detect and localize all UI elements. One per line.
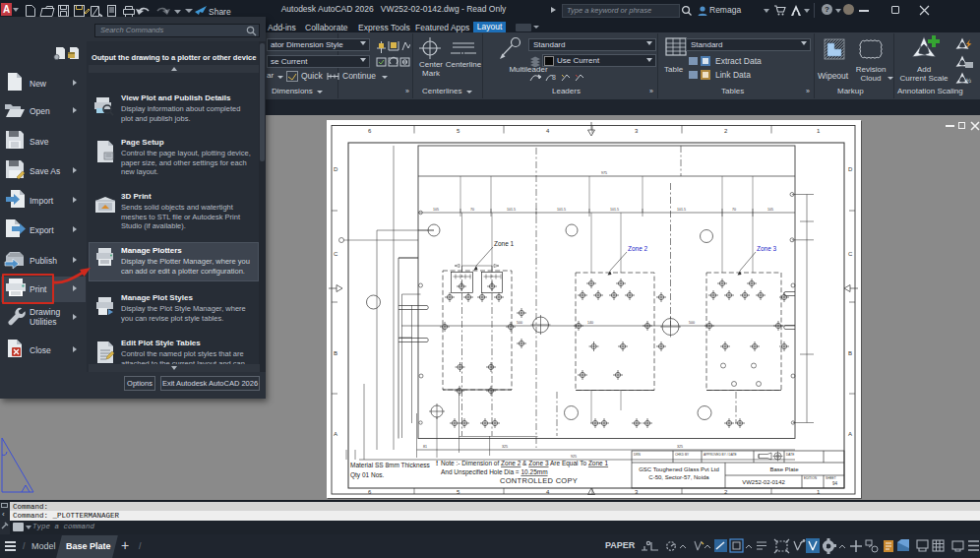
svg-text:101.5: 101.5: [677, 208, 686, 212]
svg-text:Note :- Dimension of Zone 2: Note :- Dimension of Zone 2 & Zone 3 Are…: [441, 460, 608, 467]
svg-text:101.5: 101.5: [610, 208, 619, 212]
svg-text:D: D: [848, 166, 853, 172]
svg-text:6: 6: [368, 128, 372, 134]
svg-text:A: A: [848, 431, 852, 437]
svg-text:C-50, Sector-57, Noida: C-50, Sector-57, Noida: [648, 474, 709, 480]
svg-text:325: 325: [502, 445, 508, 449]
svg-text:5: 5: [457, 128, 460, 134]
svg-text:B: B: [848, 350, 852, 356]
svg-text:Zone 3: Zone 3: [757, 245, 777, 252]
svg-text:Qty 01 Nos.: Qty 01 Nos.: [350, 471, 385, 479]
svg-text:105: 105: [767, 208, 773, 212]
svg-text:105: 105: [433, 208, 439, 212]
svg-text:Material SS 8mm Thickness: Material SS 8mm Thickness: [350, 462, 431, 468]
svg-text:DRN: DRN: [634, 453, 642, 457]
svg-text:C: C: [334, 251, 338, 257]
svg-text:EDITION: EDITION: [804, 476, 818, 480]
svg-text:Zone 2: Zone 2: [628, 245, 648, 252]
svg-text:B: B: [334, 350, 337, 356]
svg-text:70: 70: [732, 208, 736, 212]
svg-text:GSC Toughened Glass Pvt Ltd: GSC Toughened Glass Pvt Ltd: [639, 466, 719, 472]
svg-text:2: 2: [724, 128, 728, 134]
svg-text:DATE: DATE: [786, 453, 794, 457]
svg-text:!: !: [436, 460, 438, 466]
svg-text:3: 3: [635, 128, 639, 134]
svg-text:325: 325: [677, 445, 683, 449]
svg-text:CHKD BY: CHKD BY: [675, 453, 690, 457]
svg-text:D: D: [334, 166, 338, 172]
svg-text:94: 94: [832, 481, 838, 486]
svg-text:APPROVED BY / DATE: APPROVED BY / DATE: [704, 453, 737, 457]
svg-text:CONTROLLED COPY: CONTROLLED COPY: [500, 476, 578, 485]
svg-text:975: 975: [601, 171, 607, 175]
svg-text:Base Plate: Base Plate: [769, 466, 799, 472]
svg-text:81: 81: [423, 445, 427, 449]
svg-text:925: 925: [571, 455, 577, 459]
svg-text:8: 8: [552, 74, 556, 81]
svg-text:And Unspecified Hole Dia = 10.: And Unspecified Hole Dia = 10.25mm: [441, 468, 548, 476]
svg-text:Zone 1: Zone 1: [494, 240, 515, 247]
svg-text:SHEET: SHEET: [826, 476, 836, 480]
svg-text:Share: Share: [209, 7, 231, 17]
svg-text:70: 70: [470, 208, 474, 212]
svg-text:101.5: 101.5: [557, 208, 566, 212]
svg-text:500: 500: [517, 321, 522, 325]
svg-text:½: ½: [966, 78, 971, 84]
svg-text:500: 500: [689, 321, 695, 325]
svg-text:VW252-02-0142: VW252-02-0142: [742, 479, 785, 485]
svg-text:C: C: [848, 251, 853, 257]
svg-text:140: 140: [587, 321, 593, 325]
svg-text:1: 1: [817, 128, 821, 134]
svg-text:4: 4: [546, 128, 550, 134]
svg-text:101.5: 101.5: [507, 208, 516, 212]
svg-text:A: A: [334, 431, 337, 437]
